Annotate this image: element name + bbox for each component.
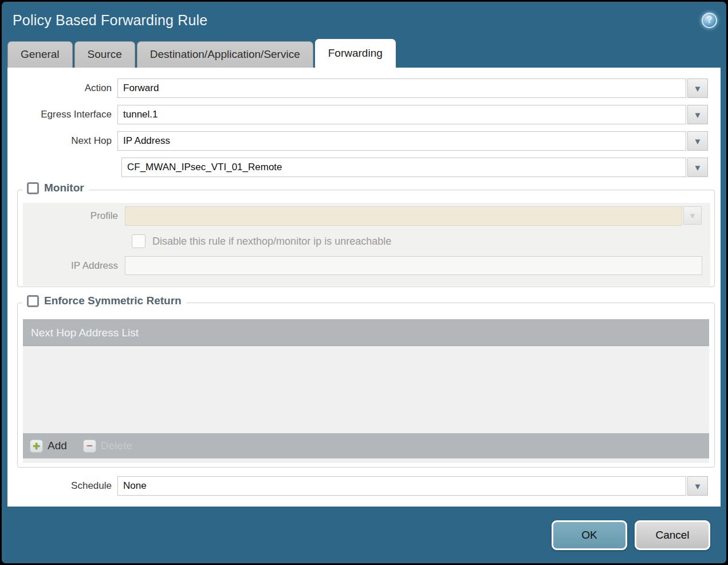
- next-hop-label: Next Hop: [7, 131, 117, 151]
- dialog-title: Policy Based Forwarding Rule: [13, 12, 207, 29]
- forwarding-tab-panel: Action Forward ▼ Egress Interface tunnel…: [7, 68, 721, 507]
- tab-general[interactable]: General: [7, 41, 73, 68]
- profile-dropdown-button: ▼: [683, 206, 702, 225]
- schedule-field[interactable]: None: [117, 476, 686, 496]
- schedule-dropdown-button[interactable]: ▼: [687, 476, 708, 496]
- monitor-ip-field: [125, 256, 702, 275]
- policy-based-forwarding-dialog: Policy Based Forwarding Rule ? General S…: [2, 2, 726, 563]
- monitor-legend-label: Monitor: [44, 182, 84, 194]
- schedule-label: Schedule: [7, 476, 117, 496]
- egress-interface-row: Egress Interface tunnel.1 ▼: [7, 105, 721, 124]
- symmetric-return-legend: Enforce Symmetric Return: [22, 295, 186, 307]
- help-icon[interactable]: ?: [702, 13, 717, 28]
- next-hop-address-list-body[interactable]: [23, 346, 709, 433]
- schedule-row: Schedule None ▼: [7, 476, 721, 496]
- delete-button-label: Delete: [101, 440, 132, 452]
- chevron-down-icon: ▼: [694, 482, 702, 491]
- chevron-down-icon: ▼: [694, 137, 702, 146]
- disable-rule-checkbox: [132, 234, 145, 248]
- next-hop-type-dropdown-button[interactable]: ▼: [687, 131, 708, 151]
- plus-icon: ✚: [30, 440, 43, 453]
- egress-interface-dropdown-button[interactable]: ▼: [687, 105, 708, 124]
- disable-rule-label: Disable this rule if nexthop/monitor ip …: [152, 236, 391, 248]
- add-button[interactable]: ✚ Add: [30, 440, 67, 453]
- profile-label: Profile: [23, 206, 125, 226]
- next-hop-type-field[interactable]: IP Address: [117, 131, 686, 151]
- disable-rule-row: Disable this rule if nexthop/monitor ip …: [23, 234, 710, 248]
- monitor-fieldset: Monitor Profile ▼ Disable this rule if n…: [17, 190, 715, 287]
- egress-interface-label: Egress Interface: [7, 105, 117, 124]
- next-hop-address-list-toolbar: ✚ Add − Delete: [23, 433, 709, 458]
- next-hop-address-list-header: Next Hop Address List: [23, 319, 709, 346]
- ok-button[interactable]: OK: [552, 520, 627, 550]
- symmetric-return-checkbox[interactable]: [27, 295, 39, 307]
- tab-forwarding[interactable]: Forwarding: [315, 39, 396, 68]
- tab-source[interactable]: Source: [74, 41, 135, 68]
- egress-interface-field[interactable]: tunnel.1: [117, 105, 686, 124]
- monitor-checkbox[interactable]: [27, 182, 39, 194]
- next-hop-address-dropdown-button[interactable]: ▼: [687, 158, 708, 177]
- dialog-footer: OK Cancel: [2, 507, 726, 563]
- action-label: Action: [7, 79, 117, 98]
- symmetric-return-legend-label: Enforce Symmetric Return: [44, 295, 182, 307]
- monitor-legend: Monitor: [22, 182, 89, 194]
- monitor-ip-row: IP Address: [23, 256, 710, 276]
- chevron-down-icon: ▼: [688, 211, 697, 220]
- monitor-box: Profile ▼ Disable this rule if nexthop/m…: [23, 203, 710, 286]
- next-hop-address-table: Next Hop Address List ✚ Add − Delete: [23, 319, 709, 463]
- titlebar: Policy Based Forwarding Rule ?: [2, 2, 726, 38]
- chevron-down-icon: ▼: [694, 84, 702, 93]
- action-row: Action Forward ▼: [7, 79, 721, 98]
- cancel-button[interactable]: Cancel: [635, 520, 710, 550]
- profile-row: Profile ▼: [23, 206, 710, 226]
- action-dropdown-button[interactable]: ▼: [687, 79, 708, 98]
- tab-destination-application-service[interactable]: Destination/Application/Service: [137, 41, 313, 68]
- action-field[interactable]: Forward: [117, 79, 686, 98]
- symmetric-return-fieldset: Enforce Symmetric Return Next Hop Addres…: [17, 303, 715, 468]
- next-hop-row: Next Hop IP Address ▼: [7, 131, 721, 151]
- chevron-down-icon: ▼: [694, 111, 702, 119]
- table-bottom-strip: [23, 458, 709, 463]
- monitor-ip-label: IP Address: [23, 256, 125, 276]
- chevron-down-icon: ▼: [694, 163, 702, 172]
- next-hop-address-row: CF_MWAN_IPsec_VTI_01_Remote ▼: [7, 158, 721, 177]
- profile-field: [125, 206, 682, 226]
- next-hop-address-field[interactable]: CF_MWAN_IPsec_VTI_01_Remote: [121, 158, 686, 177]
- tab-bar: General Source Destination/Application/S…: [2, 38, 726, 68]
- delete-button: − Delete: [83, 440, 132, 453]
- minus-icon: −: [83, 440, 96, 453]
- add-button-label: Add: [48, 440, 67, 452]
